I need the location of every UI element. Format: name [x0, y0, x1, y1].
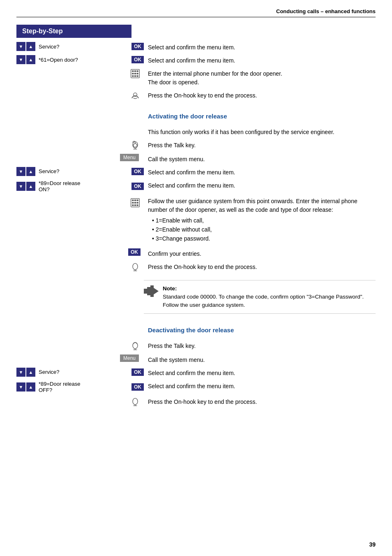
- svg-marker-30: [154, 288, 159, 294]
- row-activate-desc: This function only works if it has been …: [16, 127, 376, 137]
- svg-rect-7: [132, 75, 134, 76]
- row-right-menu-2: Call the system menu.: [144, 354, 376, 364]
- text-service-3: Select and confirm the menu item.: [148, 370, 235, 376]
- text-talk-1: Press the Talk key.: [148, 142, 196, 148]
- label-open-door: *61=Open door?: [37, 57, 128, 63]
- row-left-talk-2: [16, 341, 144, 351]
- row-right-service-2: Select and confirm the menu item.: [144, 167, 376, 177]
- left-column: Step-by-Step: [16, 25, 144, 42]
- heading-deactivate: Deactivating the door release: [148, 326, 376, 335]
- arrow-up-1[interactable]: ▲: [26, 42, 35, 51]
- arrow-up-2[interactable]: ▲: [26, 55, 35, 64]
- svg-rect-28: [147, 287, 150, 295]
- row-note-right: Note: Standard code 00000. To change the…: [144, 276, 376, 317]
- note-content: Note: Standard code 00000. To change the…: [163, 285, 371, 310]
- nav-arrows-5: ▼ ▲: [16, 368, 35, 377]
- arrow-up-6[interactable]: ▲: [26, 382, 35, 392]
- svg-rect-16: [134, 199, 136, 201]
- svg-rect-21: [132, 204, 134, 206]
- svg-rect-8: [134, 75, 136, 76]
- nav-arrows-3: ▼ ▲: [16, 167, 35, 176]
- arrow-down-6[interactable]: ▼: [16, 382, 25, 392]
- svg-rect-5: [134, 73, 136, 74]
- arrow-down-3[interactable]: ▼: [16, 167, 25, 176]
- row-keypad-guidance: Follow the user guidance system from thi…: [16, 196, 376, 245]
- text-door-release-off: Select and confirm the menu item.: [148, 383, 235, 389]
- row-onhook-2: Press the On-hook key to end the process…: [16, 262, 376, 272]
- svg-rect-29: [150, 285, 154, 297]
- heading-activate: Activating the door release: [148, 112, 376, 121]
- row-left-open-door: ▼ ▲ *61=Open door? OK: [16, 55, 144, 64]
- arrow-down-2[interactable]: ▼: [16, 55, 25, 64]
- ok-btn-3[interactable]: OK: [131, 168, 144, 175]
- row-onhook-1: Press the On-hook key to end the process…: [16, 90, 376, 101]
- arrow-up-5[interactable]: ▲: [26, 368, 35, 377]
- svg-rect-2: [134, 70, 136, 72]
- svg-rect-27: [144, 289, 147, 294]
- text-activate-desc: This function only works if it has been …: [148, 129, 334, 135]
- row-open-door: ▼ ▲ *61=Open door? OK Select and confirm…: [16, 55, 376, 65]
- row-service-1: ▼ ▲ Service? OK Select and confirm the m…: [16, 42, 376, 52]
- row-left-onhook-3: [16, 396, 144, 407]
- ok-btn-confirm[interactable]: OK: [128, 248, 141, 256]
- label-door-release-on: *89=Door releaseON?: [37, 180, 128, 192]
- row-right-keypad-1: Enter the internal phone number for the …: [144, 68, 376, 87]
- arrow-up-4[interactable]: ▲: [26, 182, 35, 191]
- svg-rect-17: [136, 199, 138, 201]
- row-left-onhook-1: [16, 90, 144, 101]
- row-right-door-release-off: Select and confirm the menu item.: [144, 381, 376, 391]
- header-title: Conducting calls – enhanced functions: [276, 8, 376, 14]
- svg-rect-9: [136, 75, 138, 76]
- arrow-note-svg: [144, 285, 159, 297]
- ok-btn-2[interactable]: OK: [131, 56, 144, 63]
- row-talk-1: Press the Talk key.: [16, 140, 376, 151]
- row-right-keypad-guidance: Follow the user guidance system from thi…: [144, 196, 376, 245]
- row-keypad-1: Enter the internal phone number for the …: [16, 68, 376, 87]
- label-service-3: Service?: [37, 369, 128, 375]
- section-deactivate-right: Deactivating the door release: [144, 320, 376, 337]
- arrow-up-3[interactable]: ▲: [26, 167, 35, 176]
- section-activate-right: Activating the door release: [144, 107, 376, 123]
- row-left-door-release-off: ▼ ▲ *89=Door releaseOFF? OK: [16, 381, 144, 393]
- row-right-onhook-1: Press the On-hook key to end the process…: [144, 90, 376, 100]
- row-left-menu-2: Menu: [16, 354, 144, 362]
- arrow-down-4[interactable]: ▼: [16, 182, 25, 191]
- row-left-service-3: ▼ ▲ Service? OK: [16, 368, 144, 377]
- page-header: Conducting calls – enhanced functions: [16, 8, 376, 17]
- talk-icon-1: [130, 140, 141, 151]
- section-deactivate: Deactivating the door release: [16, 320, 376, 337]
- ok-btn-5[interactable]: OK: [131, 368, 144, 376]
- note-box: Note: Standard code 00000. To change the…: [144, 280, 376, 314]
- text-open-door: Select and confirm the menu item.: [148, 57, 235, 64]
- label-service-1: Service?: [37, 44, 128, 50]
- row-right-door-release-on: Select and confirm the menu item.: [144, 180, 376, 190]
- text-door-release-on: Select and confirm the menu item.: [148, 182, 235, 189]
- menu-btn-1[interactable]: Menu: [120, 154, 139, 161]
- section-activate: Activating the door release: [16, 107, 376, 123]
- svg-rect-19: [134, 202, 136, 203]
- note-text: Standard code 00000. To change the code,…: [163, 294, 364, 308]
- row-right-onhook-2: Press the On-hook key to end the process…: [144, 262, 376, 271]
- row-left-ok-confirm: OK: [16, 248, 144, 256]
- row-onhook-3: Press the On-hook key to end the process…: [16, 396, 376, 407]
- row-ok-confirm: OK Confirm your entries.: [16, 248, 376, 258]
- text-onhook-2: Press the On-hook key to end the process…: [148, 264, 257, 270]
- svg-rect-23: [136, 204, 138, 206]
- arrow-down-1[interactable]: ▼: [16, 42, 25, 51]
- keypad-icon-2: [130, 197, 141, 208]
- menu-btn-2[interactable]: Menu: [120, 354, 139, 362]
- ok-btn-6[interactable]: OK: [131, 383, 144, 391]
- row-right-open-door: Select and confirm the menu item.: [144, 55, 376, 65]
- ok-btn-4[interactable]: OK: [131, 183, 144, 190]
- ok-btn-1[interactable]: OK: [131, 43, 144, 50]
- nav-arrows-4: ▼ ▲: [16, 182, 35, 191]
- row-left-menu-1: Menu: [16, 154, 144, 161]
- onhook-icon-3: [130, 396, 141, 407]
- onhook-icon-1: [130, 90, 141, 101]
- row-left-service-2: ▼ ▲ Service? OK: [16, 167, 144, 176]
- svg-point-31: [133, 342, 138, 349]
- text-menu-2: Call the system menu.: [148, 357, 205, 363]
- text-ok-confirm: Confirm your entries.: [148, 250, 201, 257]
- text-service-1: Select and confirm the menu item.: [148, 44, 235, 51]
- arrow-down-5[interactable]: ▼: [16, 368, 25, 377]
